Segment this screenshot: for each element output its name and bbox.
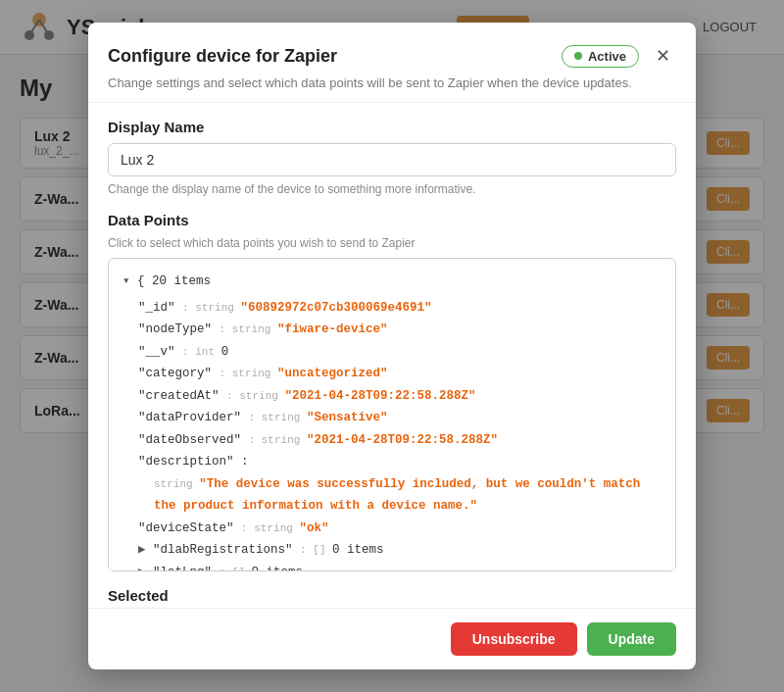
json-row[interactable]: "nodeType" : string "fiware-device" bbox=[138, 319, 662, 341]
json-row[interactable]: "__v" : int 0 bbox=[138, 341, 662, 364]
json-row[interactable]: ▶ "dlabRegistrations" : [] 0 items bbox=[138, 539, 662, 562]
active-label: Active bbox=[588, 49, 626, 64]
json-row[interactable]: "deviceState" : string "ok" bbox=[138, 518, 662, 540]
display-name-input[interactable] bbox=[108, 143, 676, 176]
json-row[interactable]: "category" : string "uncategorized" bbox=[138, 363, 662, 385]
json-expand-icon[interactable]: ▶ bbox=[138, 566, 153, 572]
modal-header-right: Active ✕ bbox=[562, 42, 676, 70]
configure-modal: Configure device for Zapier Active ✕ Cha… bbox=[88, 23, 696, 669]
selected-label: Selected bbox=[108, 587, 676, 604]
data-points-label: Data Points bbox=[108, 212, 676, 228]
active-dot-icon bbox=[574, 52, 582, 60]
close-button[interactable]: ✕ bbox=[649, 42, 676, 70]
modal-body: Display Name Change the display name of … bbox=[88, 103, 696, 608]
json-row[interactable]: "dateObserved" : string "2021-04-28T09:2… bbox=[138, 429, 662, 452]
modal-title-row: Configure device for Zapier Active ✕ bbox=[108, 42, 676, 70]
active-badge: Active bbox=[562, 45, 639, 68]
json-row[interactable]: "description" : bbox=[138, 451, 662, 473]
json-tree[interactable]: ▾ { 20 items "_id" : string "60892972c07… bbox=[108, 258, 676, 571]
update-button[interactable]: Update bbox=[587, 622, 676, 656]
json-row-description-value: string "The device was successfully incl… bbox=[138, 473, 662, 518]
modal-title: Configure device for Zapier bbox=[108, 46, 337, 67]
json-row[interactable]: "createdAt" : string "2021-04-28T09:22:5… bbox=[138, 385, 662, 408]
json-row[interactable]: "_id" : string "60892972c07cb300069e4691… bbox=[138, 297, 662, 320]
modal-overlay: Configure device for Zapier Active ✕ Cha… bbox=[0, 0, 784, 692]
json-expand-icon[interactable]: ▶ bbox=[138, 543, 153, 557]
unsubscribe-button[interactable]: Unsubscribe bbox=[451, 622, 577, 656]
display-name-hint: Change the display name of the device to… bbox=[108, 182, 676, 196]
modal-footer: Unsubscribe Update bbox=[88, 608, 696, 669]
modal-subtitle: Change settings and select which data po… bbox=[108, 75, 676, 90]
selected-section: Selected Click individual labels to adju… bbox=[108, 587, 676, 608]
display-name-label: Display Name bbox=[108, 119, 676, 135]
json-header: ▾ { 20 items bbox=[122, 271, 662, 293]
json-header-text: { 20 items bbox=[137, 274, 211, 288]
json-row[interactable]: ▶ "latLng" : [] 0 items bbox=[138, 562, 662, 572]
data-points-hint: Click to select which data points you wi… bbox=[108, 236, 676, 250]
json-collapse-icon[interactable]: ▾ bbox=[122, 274, 137, 288]
json-row[interactable]: "dataProvider" : string "Sensative" bbox=[138, 407, 662, 429]
json-rows: "_id" : string "60892972c07cb300069e4691… bbox=[122, 297, 662, 572]
modal-header: Configure device for Zapier Active ✕ Cha… bbox=[88, 23, 696, 103]
